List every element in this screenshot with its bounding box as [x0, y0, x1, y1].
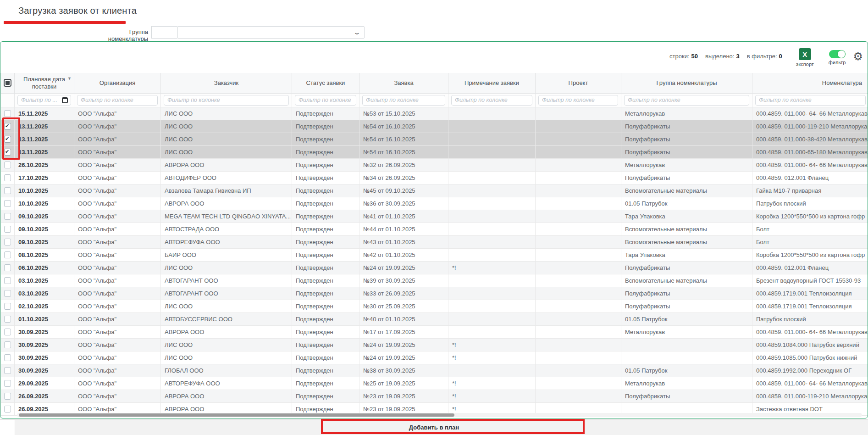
row-checkbox-cell	[1, 171, 15, 184]
cell-request-note	[448, 235, 536, 248]
header-request-note[interactable]: Примечание заявки	[448, 73, 536, 93]
table-row[interactable]: 08.10.2025 ООО "Альфа" БАИР ООО Подтверж…	[1, 248, 868, 261]
table-row[interactable]: 29.09.2025 ООО "Альфа" АВТОРЕФУФА ООО По…	[1, 377, 868, 390]
row-checkbox-cell	[1, 402, 15, 415]
cell-nomenclature: Коробка 1200*550*500 из картона гофр	[752, 248, 868, 261]
cell-request-note	[448, 197, 536, 210]
row-checkbox[interactable]	[4, 354, 11, 361]
row-checkbox[interactable]	[4, 367, 11, 374]
row-checkbox[interactable]	[4, 110, 11, 117]
excel-export-icon[interactable]: X	[799, 48, 811, 60]
nomenclature-filter-input[interactable]	[755, 95, 866, 106]
cell-planned-date: 17.10.2025	[15, 171, 74, 184]
row-checkbox[interactable]	[4, 406, 11, 413]
header-customer[interactable]: Заказчик	[161, 73, 292, 93]
horizontal-scrollbar-thumb[interactable]	[19, 413, 454, 417]
table-row[interactable]: 13.11.2025 ООО "Альфа" ЛИС ООО Подтвержд…	[1, 120, 868, 133]
status-filter-input[interactable]	[295, 95, 356, 106]
header-planned-date[interactable]: Плановая дата поставки▼	[15, 73, 74, 93]
customer-filter-input[interactable]	[164, 95, 289, 106]
cell-planned-date: 10.10.2025	[15, 197, 74, 210]
cell-request: №44 от 01.10.2025	[359, 223, 448, 235]
row-checkbox[interactable]	[4, 213, 11, 220]
cell-planned-date: 09.10.2025	[15, 210, 74, 223]
cell-customer: ЛИС ООО	[161, 261, 292, 274]
table-row[interactable]: 10.10.2025 ООО "Альфа" Авзалова Тамара Г…	[1, 184, 868, 197]
cell-nomenclature: 000.4859.1084.000 Патрубок верхний	[752, 338, 868, 351]
horizontal-scrollbar[interactable]	[17, 413, 862, 417]
table-row[interactable]: 17.10.2025 ООО "Альфа" АВТОДИФЕР ООО Под…	[1, 171, 868, 184]
title-area: Загрузка заявок от клиента	[0, 0, 868, 26]
table-row[interactable]: 10.10.2025 ООО "Альфа" АВРОРА ООО Подтве…	[1, 197, 868, 210]
request-note-filter-input[interactable]	[451, 95, 532, 106]
calendar-icon[interactable]	[62, 97, 68, 103]
select-all-checkbox[interactable]	[4, 79, 11, 87]
cell-customer: АВРОРА ООО	[161, 390, 292, 402]
row-checkbox[interactable]	[4, 123, 11, 130]
row-checkbox[interactable]	[4, 200, 11, 207]
filter-cell	[359, 93, 448, 107]
row-checkbox[interactable]	[4, 329, 11, 335]
row-checkbox[interactable]	[4, 187, 11, 194]
table-row[interactable]: 13.11.2025 ООО "Альфа" ЛИС ООО Подтвержд…	[1, 133, 868, 145]
cell-nomenclature: 000.4859. 011.000- 64- 66 Металлорукав	[752, 107, 868, 120]
table-row[interactable]: 02.10.2025 ООО "Альфа" ЛИС ООО Подтвержд…	[1, 300, 868, 312]
table-row[interactable]: 13.11.2025 ООО "Альфа" ЛИС ООО Подтвержд…	[1, 145, 868, 158]
table-row[interactable]: 26.09.2025 ООО "Альфа" АВРОРА ООО Подтве…	[1, 390, 868, 402]
add-to-plan-button[interactable]: Добавить в план	[391, 422, 477, 433]
row-checkbox[interactable]	[4, 239, 11, 245]
cell-customer: АВРОРА ООО	[161, 325, 292, 338]
row-checkbox[interactable]	[4, 251, 11, 258]
project-filter-input[interactable]	[538, 95, 618, 106]
table-row[interactable]: 01.10.2025 ООО "Альфа" АВТОБУССЕРВИС ООО…	[1, 312, 868, 325]
annotation-title-underline	[4, 21, 126, 24]
table-row[interactable]: 06.10.2025 ООО "Альфа" ЛИС ООО Подтвержд…	[1, 261, 868, 274]
header-request[interactable]: Заявка	[359, 73, 448, 93]
nomenclature-group-code-input[interactable]	[151, 26, 177, 39]
filter-toggle[interactable]	[829, 50, 846, 58]
table-row[interactable]: 15.11.2025 ООО "Альфа" ЛИС ООО Подтвержд…	[1, 107, 868, 120]
table-row[interactable]: 03.10.2025 ООО "Альфа" АВТОГАРАНТ ООО По…	[1, 287, 868, 300]
row-checkbox[interactable]	[4, 136, 11, 143]
header-organization[interactable]: Организация	[74, 73, 161, 93]
table-row[interactable]: 26.10.2025 ООО "Альфа" АВРОРА ООО Подтве…	[1, 158, 868, 171]
nomenclature-group-select[interactable]: ⌄	[177, 26, 365, 39]
table-row[interactable]: 09.10.2025 ООО "Альфа" АВТОСТРАДА ООО По…	[1, 223, 868, 235]
cell-nomenclature: 000.4859. 011.000-119-210 Металлорукав	[752, 120, 868, 133]
header-nomenclature-group[interactable]: Группа номенклатуры	[621, 73, 752, 93]
cell-planned-date: 30.09.2025	[15, 364, 74, 377]
cell-organization: ООО "Альфа"	[74, 197, 161, 210]
cell-planned-date: 01.10.2025	[15, 312, 74, 325]
table-toolbar: строки:50 выделено:3 в фильтре:0 X экспо…	[0, 42, 868, 73]
header-status[interactable]: Статус заявки	[292, 73, 359, 93]
nomenclature-group-filter-input[interactable]	[624, 95, 749, 106]
table-row[interactable]: 30.09.2025 ООО "Альфа" АВРОРА ООО Подтве…	[1, 325, 868, 338]
row-checkbox[interactable]	[4, 226, 11, 233]
cell-status: Подтвержден	[292, 274, 359, 287]
table-row[interactable]: 30.09.2025 ООО "Альфа" ЛИС ООО Подтвержд…	[1, 338, 868, 351]
row-checkbox[interactable]	[4, 316, 11, 323]
row-checkbox[interactable]	[4, 341, 11, 348]
row-checkbox[interactable]	[4, 277, 11, 284]
table-row[interactable]: 09.10.2025 ООО "Альфа" MEGA TEAM TECH LT…	[1, 210, 868, 223]
table-row[interactable]: 09.10.2025 ООО "Альфа" АВТОРЕФУФА ООО По…	[1, 235, 868, 248]
table-row[interactable]: 30.09.2025 ООО "Альфа" ЛИС ООО Подтвержд…	[1, 351, 868, 364]
header-nomenclature[interactable]: Номенклатура	[752, 73, 868, 93]
table-row[interactable]: 03.10.2025 ООО "Альфа" АВТОГАРАНТ ООО По…	[1, 274, 868, 287]
header-project[interactable]: Проект	[536, 73, 621, 93]
cell-request-note: *!	[448, 377, 536, 390]
row-checkbox[interactable]	[4, 303, 11, 310]
row-checkbox[interactable]	[4, 162, 11, 168]
row-checkbox[interactable]	[4, 393, 11, 400]
row-checkbox[interactable]	[4, 174, 11, 181]
table-row[interactable]: 30.09.2025 ООО "Альфа" ГЛОБАЛ ООО Подтве…	[1, 364, 868, 377]
row-checkbox[interactable]	[4, 264, 11, 271]
row-checkbox[interactable]	[4, 149, 11, 156]
organization-filter-input[interactable]	[77, 95, 158, 106]
row-checkbox-cell	[1, 235, 15, 248]
row-checkbox[interactable]	[4, 290, 11, 297]
gear-icon[interactable]: ⚙	[853, 51, 863, 62]
row-checkbox[interactable]	[4, 380, 11, 387]
request-filter-input[interactable]	[362, 95, 445, 106]
cell-organization: ООО "Альфа"	[74, 248, 161, 261]
